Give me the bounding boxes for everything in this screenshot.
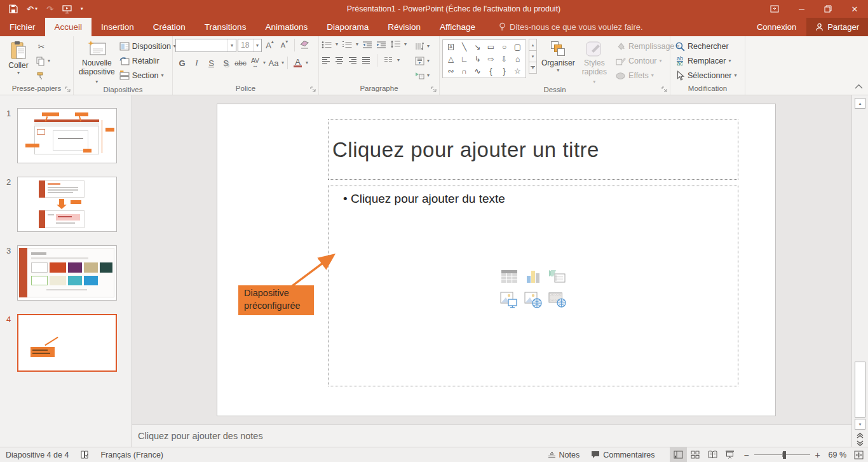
format-painter-button[interactable] [34,69,52,83]
vertical-scrollbar[interactable]: ▴ ▾ [851,95,868,447]
copy-button[interactable]: ▾ [34,54,52,68]
font-size-combobox[interactable]: 18▾ [238,39,262,52]
text-shadow-button[interactable]: S [219,56,233,70]
bold-button[interactable]: G [175,56,189,70]
align-text-button[interactable]: ▾ [413,54,431,68]
underline-button[interactable]: S [205,56,218,70]
clipboard-dialog-launcher[interactable] [65,86,71,93]
slideshow-view-button[interactable] [721,447,738,462]
shape-left-brace[interactable]: { [484,65,498,77]
ribbon-display-options-button[interactable] [761,0,788,18]
current-slide[interactable]: Cliquez pour ajouter un titre • Cliquez … [217,104,776,416]
close-button[interactable]: ✕ [841,0,868,18]
tab-revision[interactable]: Révision [378,18,430,36]
zoom-in-button[interactable]: + [815,450,821,460]
grow-font-button[interactable]: A▴ [263,38,276,52]
drawing-dialog-launcher[interactable] [661,86,668,93]
change-case-button[interactable]: Aa [267,56,280,70]
align-center-icon[interactable] [335,57,344,65]
insert-smartart-button[interactable] [548,268,566,285]
shrink-font-button[interactable]: A▾ [278,38,291,52]
strikethrough-button[interactable]: abc [234,56,247,70]
tab-transitions[interactable]: Transitions [195,18,256,36]
shape-star[interactable]: ☆ [511,65,524,77]
shape-elbow-arrow[interactable]: ↳ [471,53,484,65]
font-name-combobox[interactable]: ▾ [175,39,236,52]
scrollbar-thumb[interactable] [855,362,865,418]
new-slide-button[interactable]: Nouvellediapositive ▾ [76,38,118,85]
start-slideshow-button[interactable] [62,5,72,13]
title-placeholder[interactable]: Cliquez pour ajouter un titre [328,119,738,180]
shapes-scroll-down-button[interactable]: ▾ [529,50,537,62]
tab-fichier[interactable]: Fichier [0,18,45,36]
tab-affichage[interactable]: Affichage [430,18,485,36]
clear-formatting-button[interactable] [298,38,311,52]
partager-button[interactable]: Partager [806,18,868,36]
shape-right-brace[interactable]: } [498,65,511,77]
save-button[interactable] [9,4,18,13]
shape-text-box[interactable]: A [444,41,458,53]
scroll-up-button[interactable]: ▴ [855,98,865,109]
justify-icon[interactable] [362,57,370,65]
cut-button[interactable]: ✂ [34,39,52,53]
notes-toggle-button[interactable]: Notes [542,447,586,462]
slide-thumbnail-selected[interactable] [17,314,117,372]
restore-button[interactable] [815,0,841,18]
convert-smartart-button[interactable]: ▾ [413,69,431,83]
spell-check-button[interactable] [74,447,95,462]
layout-button[interactable]: Disposition▾ [118,39,178,53]
section-button[interactable]: Section▾ [118,69,178,83]
connexion-button[interactable]: Connexion [747,18,806,36]
shapes-scroll-up-button[interactable]: ▴ [529,39,537,51]
text-direction-button[interactable]: ▾ [413,39,431,53]
previous-slide-button[interactable] [856,433,864,438]
shape-arrow[interactable]: ↘ [471,41,484,53]
numbering-icon[interactable] [342,41,352,49]
insert-chart-button[interactable] [524,268,542,285]
tab-creation[interactable]: Création [144,18,195,36]
find-button[interactable]: Rechercher [673,39,739,53]
shape-right-arrow[interactable]: ⇨ [484,53,498,65]
normal-view-button[interactable] [670,447,687,462]
insert-table-button[interactable] [500,268,518,285]
paste-button[interactable]: Coller▾ [3,38,34,84]
collapse-ribbon-button[interactable] [855,84,863,89]
font-dialog-launcher[interactable] [310,86,316,93]
paragraph-dialog-launcher[interactable] [431,86,437,93]
align-right-icon[interactable] [348,57,357,65]
font-color-button[interactable]: A [291,56,304,70]
character-spacing-button[interactable]: AV↔ [248,56,262,70]
minimize-button[interactable] [788,0,815,18]
next-slide-button[interactable] [856,440,864,446]
zoom-slider[interactable] [754,451,810,459]
shape-elbow-connector[interactable]: ∟ [458,53,471,65]
align-left-icon[interactable] [322,57,330,65]
body-placeholder[interactable]: • Cliquez pour ajouter du texte [328,186,738,386]
zoom-level-indicator[interactable]: 69 % [826,447,850,462]
comments-toggle-button[interactable]: Commentaires [585,447,660,462]
shape-curve[interactable]: ∿ [471,65,484,77]
notes-pane[interactable]: Cliquez pour ajouter des notes [132,425,851,447]
language-indicator[interactable]: Français (France) [95,447,169,462]
slide-thumbnail[interactable] [17,245,117,301]
undo-button[interactable]: ↶▾ [27,4,37,14]
tab-animations[interactable]: Animations [255,18,317,36]
shape-line[interactable]: ╲ [458,41,471,53]
tab-diaporama[interactable]: Diaporama [317,18,378,36]
customize-qat-button[interactable]: ▾ [81,6,83,11]
slide-thumbnail[interactable] [17,177,117,232]
shape-oval[interactable]: ○ [498,41,511,53]
shape-arc[interactable]: ∩ [458,65,471,77]
shape-rectangle[interactable]: ▭ [484,41,498,53]
italic-button[interactable]: I [190,56,203,70]
slide-sorter-view-button[interactable] [687,447,704,462]
reading-view-button[interactable] [704,447,721,462]
slide-thumbnail[interactable] [17,108,117,163]
insert-video-button[interactable] [548,291,566,309]
increase-indent-icon[interactable] [376,41,386,49]
shapes-gallery[interactable]: A ╲ ↘ ▭ ○ ▢ △ ∟ ↳ ⇨ ⇩ ⌂ ∾ ∩ ∿ { } [442,39,526,78]
columns-icon[interactable] [384,57,393,65]
bullets-icon[interactable] [322,41,332,49]
select-button[interactable]: Sélectionner▾ [673,69,739,83]
decrease-indent-icon[interactable] [362,41,372,49]
